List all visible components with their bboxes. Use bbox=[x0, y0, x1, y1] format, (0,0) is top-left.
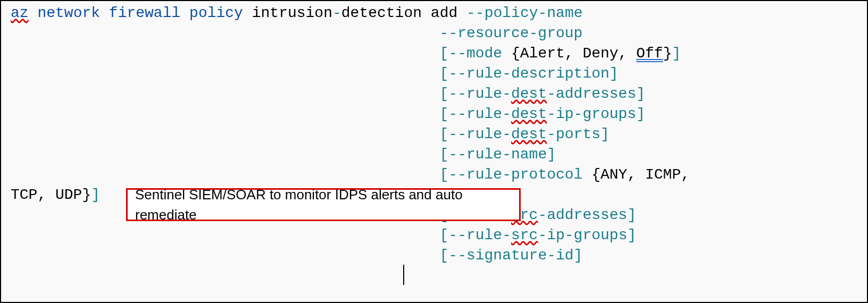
arg-rule-dp-dashes: -- bbox=[448, 126, 466, 142]
cmd-detection: detection bbox=[341, 5, 422, 21]
arg-rule-proto-vals1: ANY, ICMP, bbox=[600, 166, 690, 183]
arg-rule-proto-brace-open: { bbox=[582, 166, 600, 183]
arg-rule-desc-lb: [ bbox=[440, 65, 449, 82]
arg-policy-name: policy-name bbox=[485, 5, 583, 21]
text-cursor bbox=[403, 265, 404, 285]
arg-rule-proto-vals2: TCP, UDP} bbox=[11, 187, 91, 203]
arg-rule-dp-p1: rule- bbox=[466, 126, 511, 142]
command-syntax-block: az network firewall policy intrusion-det… bbox=[11, 3, 864, 266]
cmd-firewall: firewall bbox=[109, 5, 180, 21]
arg-sigid: signature-id bbox=[466, 247, 574, 264]
arg-rule-sig-rb: ] bbox=[627, 227, 636, 243]
arg-rule-da-dashes: -- bbox=[448, 86, 466, 102]
arg-rule-dig-rb: ] bbox=[636, 106, 645, 122]
arg-rule-dp-rb: ] bbox=[600, 126, 610, 142]
arg-rule-dig-ip: ip bbox=[556, 106, 574, 122]
arg-rule-sig-lb: [ bbox=[440, 227, 449, 243]
arg-rule-da-p1: rule- bbox=[466, 86, 511, 102]
arg-rule-proto-dashes: -- bbox=[448, 166, 466, 183]
arg-rule-proto-lb: [ bbox=[440, 166, 449, 183]
cmd-add: add bbox=[431, 5, 457, 21]
arg-sigid-rb: ] bbox=[574, 247, 583, 264]
arg-mode: mode bbox=[466, 45, 502, 62]
arg-rule-da-lb: [ bbox=[440, 86, 449, 102]
arg-rule-dig-p1: rule- bbox=[466, 106, 511, 122]
arg-rule-sig-p3: -groups bbox=[565, 227, 628, 243]
arg-rule-sig-ip: ip bbox=[547, 227, 565, 243]
arg-rule-name: rule-name bbox=[466, 146, 547, 163]
arg-mode-lb: [ bbox=[440, 45, 449, 62]
arg-rule-sig-dashes: -- bbox=[448, 227, 466, 243]
arg-mode-rb: ] bbox=[672, 45, 681, 62]
arg-mode-dashes: -- bbox=[448, 45, 466, 62]
arg-mode-off: Off bbox=[636, 45, 663, 62]
arg-sigid-lb: [ bbox=[440, 247, 449, 264]
arg-rule-sig-src: src bbox=[511, 227, 538, 243]
arg-rule-dig-dest: dest bbox=[511, 106, 547, 122]
arg-rule-dp-lb: [ bbox=[440, 126, 449, 142]
arg-rule-sig-p1: rule- bbox=[466, 227, 511, 243]
arg-rule-sig-p2: - bbox=[538, 227, 547, 243]
arg-rule-dig-dashes: -- bbox=[448, 106, 466, 122]
arg-resource-group-dashes: -- bbox=[440, 25, 458, 41]
arg-rule-name-dashes: -- bbox=[448, 146, 466, 163]
arg-policy-name-dashes: -- bbox=[466, 5, 485, 21]
arg-rule-name-rb: ] bbox=[547, 146, 556, 163]
cmd-az: az bbox=[11, 5, 29, 21]
arg-rule-proto-rb: ] bbox=[91, 187, 100, 203]
cmd-policy: policy bbox=[189, 5, 243, 21]
arg-rule-name-lb: [ bbox=[440, 146, 449, 163]
code-frame: az network firewall policy intrusion-det… bbox=[0, 0, 868, 303]
arg-rule-dp-p2: -ports bbox=[547, 126, 600, 142]
arg-sigid-dashes: -- bbox=[448, 247, 466, 264]
arg-mode-brace-close: } bbox=[663, 45, 672, 62]
cmd-network: network bbox=[37, 5, 100, 21]
arg-resource-group: resource-group bbox=[457, 25, 582, 41]
arg-mode-deny: Deny, bbox=[582, 45, 636, 62]
arg-rule-desc: rule-description bbox=[466, 65, 610, 82]
arg-rule-dig-p2: - bbox=[547, 106, 556, 122]
arg-rule-desc-dashes: -- bbox=[448, 65, 466, 82]
arg-rule-proto: rule-protocol bbox=[466, 166, 582, 183]
annotation-text: Sentinel SIEM/SOAR to monitor IDPS alert… bbox=[135, 184, 512, 225]
cmd-dash: - bbox=[332, 5, 341, 21]
arg-rule-da-p2: -addresses bbox=[547, 86, 636, 102]
arg-mode-brace-open: { bbox=[502, 45, 520, 62]
cmd-intrusion: intrusion bbox=[252, 5, 332, 21]
arg-rule-sa-rb: ] bbox=[627, 207, 636, 223]
annotation-callout: Sentinel SIEM/SOAR to monitor IDPS alert… bbox=[126, 188, 521, 221]
arg-rule-dp-dest: dest bbox=[511, 126, 547, 142]
arg-rule-desc-rb: ] bbox=[610, 65, 619, 82]
arg-mode-alert: Alert, bbox=[520, 45, 583, 62]
arg-rule-da-rb: ] bbox=[636, 86, 645, 102]
arg-rule-dig-lb: [ bbox=[440, 106, 449, 122]
arg-rule-dig-p3: -groups bbox=[574, 106, 637, 122]
arg-rule-da-dest: dest bbox=[511, 86, 547, 102]
arg-rule-sa-p2: -addresses bbox=[538, 207, 627, 223]
